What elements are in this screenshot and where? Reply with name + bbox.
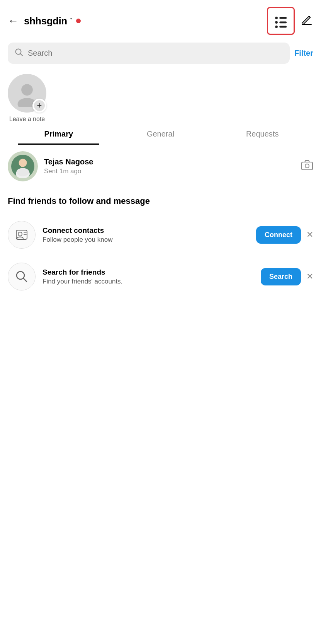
tabs-row: Primary General Requests xyxy=(0,130,321,144)
search-friends-icon xyxy=(15,270,29,284)
search-button[interactable]: Search xyxy=(261,268,301,285)
conversation-name: Tejas Nagose xyxy=(44,157,295,166)
svg-rect-1 xyxy=(279,17,287,19)
search-friends-actions: Search ✕ xyxy=(261,268,313,285)
connect-contacts-subtitle: Follow people you know xyxy=(42,236,249,244)
svg-line-21 xyxy=(24,278,27,282)
conversation-item[interactable]: Tejas Nagose Sent 1m ago xyxy=(0,144,321,188)
person-card-icon xyxy=(15,228,29,242)
search-friends-close-button[interactable]: ✕ xyxy=(306,272,313,282)
notification-dot xyxy=(76,19,81,23)
conversation-info: Tejas Nagose Sent 1m ago xyxy=(44,157,295,175)
stories-section: + Leave a note xyxy=(0,70,321,126)
compose-icon[interactable] xyxy=(300,13,313,29)
header-actions xyxy=(267,7,313,35)
svg-point-15 xyxy=(305,164,309,168)
search-input-wrap[interactable] xyxy=(8,43,290,64)
search-input[interactable] xyxy=(28,49,283,58)
search-bar-container: Filter xyxy=(0,39,321,70)
search-friends-info: Search for friends Find your friends' ac… xyxy=(42,268,254,285)
search-friends-icon-wrap xyxy=(8,263,36,290)
story-label: Leave a note xyxy=(9,116,45,123)
conversation-avatar xyxy=(8,151,38,181)
svg-line-7 xyxy=(20,54,23,56)
svg-point-0 xyxy=(275,17,278,19)
plus-icon: + xyxy=(34,100,45,111)
connect-contacts-icon-wrap xyxy=(8,221,36,249)
svg-rect-3 xyxy=(279,21,287,23)
add-story-button[interactable]: + xyxy=(32,99,46,113)
connect-contacts-info: Connect contacts Follow people you know xyxy=(42,226,249,244)
conversation-time: Sent 1m ago xyxy=(44,167,295,175)
svg-point-8 xyxy=(21,84,33,96)
connect-contacts-close-button[interactable]: ✕ xyxy=(306,230,313,240)
search-friends-subtitle: Find your friends' accounts. xyxy=(42,278,254,285)
list-icon-button[interactable] xyxy=(267,7,295,35)
chevron-down-icon[interactable]: ˅ xyxy=(70,17,73,25)
search-friends-card: Search for friends Find your friends' ac… xyxy=(8,256,313,297)
svg-rect-5 xyxy=(279,26,287,28)
svg-point-13 xyxy=(17,168,29,176)
conversation-avatar-image xyxy=(11,155,34,178)
connect-contacts-title: Connect contacts xyxy=(42,226,249,235)
tab-primary[interactable]: Primary xyxy=(8,130,110,144)
tab-requests[interactable]: Requests xyxy=(211,130,313,144)
header: ← shhsgdin ˅ xyxy=(0,0,321,39)
connect-contacts-card: Connect contacts Follow people you know … xyxy=(8,214,313,256)
find-friends-title: Find friends to follow and message xyxy=(8,196,313,206)
connect-contacts-actions: Connect ✕ xyxy=(256,226,313,244)
back-button[interactable]: ← xyxy=(8,15,19,27)
svg-rect-14 xyxy=(302,162,313,170)
tab-general[interactable]: General xyxy=(110,130,212,144)
filter-button[interactable]: Filter xyxy=(294,49,313,58)
story-avatar-wrap: + xyxy=(8,74,46,113)
svg-point-2 xyxy=(275,21,278,24)
camera-icon[interactable] xyxy=(301,159,313,174)
svg-point-17 xyxy=(18,232,22,236)
search-icon xyxy=(15,48,23,58)
my-story-item[interactable]: + Leave a note xyxy=(8,74,46,123)
connect-button[interactable]: Connect xyxy=(256,226,301,244)
svg-point-4 xyxy=(275,26,278,28)
svg-point-11 xyxy=(19,159,27,167)
find-friends-section: Find friends to follow and message Conne… xyxy=(0,188,321,301)
username-title: shhsgdin xyxy=(24,15,67,27)
search-friends-title: Search for friends xyxy=(42,268,254,277)
list-menu-icon xyxy=(273,14,288,28)
